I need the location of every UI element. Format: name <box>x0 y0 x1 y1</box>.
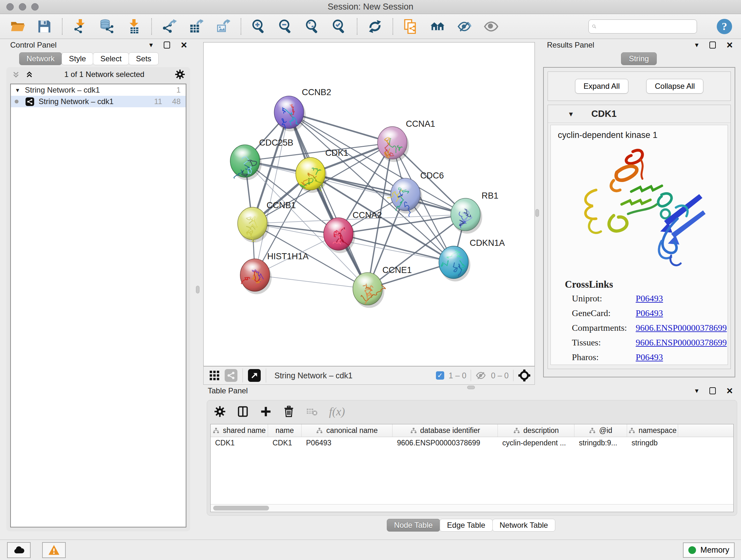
panel-close-icon[interactable]: × <box>727 387 733 395</box>
network-options-gear-icon[interactable] <box>175 69 185 79</box>
table-cell[interactable]: CDK1 <box>211 437 268 449</box>
create-column-icon[interactable] <box>260 406 272 417</box>
network-node-ccna1[interactable]: CCNA1 <box>378 119 435 162</box>
zoom-in-button[interactable] <box>250 17 268 36</box>
zoom-out-button[interactable] <box>276 17 295 36</box>
cloud-status-button[interactable] <box>7 542 30 558</box>
tab-string[interactable]: String <box>621 52 657 65</box>
delete-column-icon[interactable] <box>283 406 294 417</box>
tab-edge-table[interactable]: Edge Table <box>440 519 493 532</box>
hide-selected-button[interactable] <box>455 17 474 36</box>
zoom-selected-button[interactable] <box>330 17 348 36</box>
expand-all-networks-icon[interactable] <box>25 70 34 79</box>
table-options-gear-icon[interactable] <box>214 406 226 417</box>
column-header-description[interactable]: description <box>498 424 575 437</box>
table-cell[interactable]: stringdb:9... <box>575 437 627 449</box>
tab-style[interactable]: Style <box>62 52 93 65</box>
tab-sets[interactable]: Sets <box>129 52 158 65</box>
network-view-toolbar: String Network – cdk1 ✓ 1 – 0 0 – 0 <box>203 366 535 385</box>
save-session-button[interactable] <box>35 17 54 36</box>
collapse-all-button[interactable]: Collapse All <box>646 79 703 94</box>
column-header-name[interactable]: name <box>268 424 301 437</box>
birdseye-crosshair-icon[interactable] <box>518 369 531 382</box>
column-header-id[interactable]: @id <box>575 424 627 437</box>
zoom-out-icon <box>278 19 293 34</box>
panel-float-icon[interactable] <box>710 387 716 394</box>
panel-menu-icon[interactable]: ▾ <box>695 42 698 49</box>
network-canvas[interactable]: CCNB2CCNA1CDC25BCDK1CDC6RB1CCNB1CCNA2CDK… <box>203 42 535 366</box>
protein-section-header[interactable]: ▾ CDK1 <box>548 105 731 123</box>
protein-section: ▾ CDK1 cyclin-dependent kinase 1 <box>548 105 731 369</box>
selected-checkbox[interactable]: ✓ <box>436 371 444 380</box>
help-button[interactable]: ? <box>717 19 732 34</box>
table-cell[interactable]: 9606.ENSP00000378699 <box>393 437 498 449</box>
tab-network-table[interactable]: Network Table <box>492 519 556 532</box>
refresh-layout-button[interactable] <box>366 17 384 36</box>
new-network-from-selection-button[interactable] <box>401 17 420 36</box>
column-header-canonical-name[interactable]: canonical name <box>301 424 393 437</box>
table-cell[interactable]: CDK1 <box>268 437 301 449</box>
collection-expand-icon[interactable]: ▾ <box>16 86 19 94</box>
network-node-hist1h1a[interactable]: HIST1H1A <box>240 252 309 294</box>
network-node-rb1[interactable]: RB1 <box>451 191 498 234</box>
expand-all-button[interactable]: Expand All <box>575 79 628 94</box>
network-collection-row[interactable]: ▾ String Network – cdk1 1 <box>11 84 186 96</box>
network-node-ccne1[interactable]: CCNE1 <box>353 265 412 308</box>
crosslink-link[interactable]: P06493 <box>636 308 663 318</box>
crosslink-label: Pharos: <box>572 352 636 362</box>
scrollbar-thumb[interactable] <box>213 506 269 510</box>
column-header-database-identifier[interactable]: database identifier <box>393 424 498 437</box>
network-node-ccnb1[interactable]: CCNB1 <box>238 200 296 243</box>
section-collapse-icon[interactable]: ▾ <box>569 110 573 118</box>
string-network-icon[interactable] <box>225 369 238 382</box>
import-table-file-button[interactable] <box>125 17 143 36</box>
crosslink-link[interactable]: P06493 <box>636 352 663 362</box>
network-node-cdkn1a[interactable]: CDKN1A <box>439 238 505 282</box>
tab-node-table[interactable]: Node Table <box>387 519 440 532</box>
panel-menu-icon[interactable]: ▾ <box>695 387 698 394</box>
tab-network[interactable]: Network <box>19 52 62 65</box>
panel-float-icon[interactable] <box>710 42 716 49</box>
network-row-selected[interactable]: String Network – cdk1 11 48 <box>11 96 186 107</box>
memory-button[interactable]: Memory <box>683 543 735 558</box>
export-image-button[interactable] <box>214 17 232 36</box>
search-box[interactable] <box>589 19 697 34</box>
export-network-button[interactable] <box>160 17 179 36</box>
column-label: name <box>275 426 294 435</box>
import-network-database-button[interactable] <box>98 17 116 36</box>
warnings-button[interactable] <box>42 542 66 558</box>
column-header-shared-name[interactable]: shared name <box>211 424 268 437</box>
network-edge <box>255 275 367 289</box>
first-neighbors-button[interactable] <box>428 17 447 36</box>
left-splitter-grip[interactable] <box>196 286 199 294</box>
table-cell[interactable]: stringdb <box>627 437 678 449</box>
crosslink-link[interactable]: P06493 <box>636 294 663 304</box>
search-input[interactable] <box>599 22 693 30</box>
network-node-cdc6[interactable]: CDC6 <box>387 171 444 216</box>
table-row[interactable]: CDK1CDK1P064939606.ENSP00000378699cyclin… <box>211 437 733 449</box>
horizontal-splitter-grip[interactable] <box>467 386 475 389</box>
show-all-button[interactable] <box>482 17 500 36</box>
detach-view-icon[interactable] <box>248 369 261 382</box>
search-icon <box>592 22 596 30</box>
export-table-button[interactable] <box>187 17 205 36</box>
panel-close-icon[interactable]: × <box>727 41 733 49</box>
crosslink-link[interactable]: 9606.ENSP00000378699 <box>636 337 727 348</box>
panel-menu-icon[interactable]: ▾ <box>149 42 153 49</box>
column-header-namespace[interactable]: namespace <box>627 424 678 437</box>
right-splitter-grip[interactable] <box>536 209 539 217</box>
thumbnail-grid-icon[interactable] <box>207 368 221 382</box>
column-label: database identifier <box>420 426 480 435</box>
tab-select[interactable]: Select <box>93 52 129 65</box>
show-columns-icon[interactable] <box>237 406 249 417</box>
crosslink-link[interactable]: 9606.ENSP00000378699 <box>636 323 727 333</box>
table-horizontal-scrollbar[interactable] <box>211 504 733 512</box>
panel-close-icon[interactable]: × <box>181 41 187 49</box>
panel-float-icon[interactable] <box>164 42 170 49</box>
collapse-all-networks-icon[interactable] <box>11 70 20 79</box>
table-cell[interactable]: P06493 <box>301 437 393 449</box>
zoom-fit-button[interactable] <box>303 17 322 36</box>
table-cell[interactable]: cyclin-dependent ... <box>498 437 575 449</box>
open-session-button[interactable] <box>8 17 27 36</box>
import-network-file-button[interactable] <box>71 17 89 36</box>
